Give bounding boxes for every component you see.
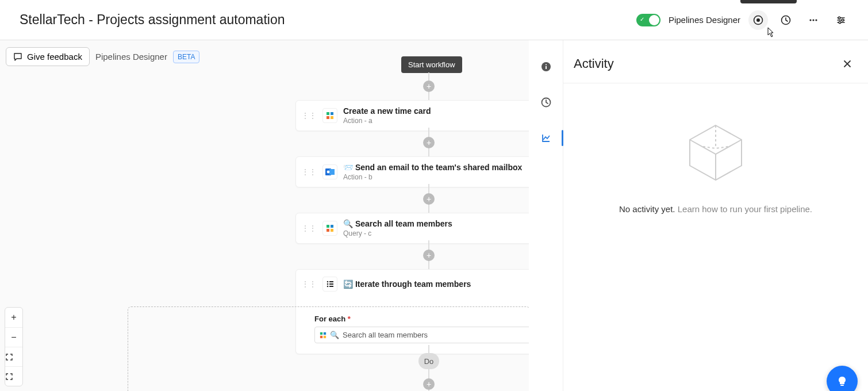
side-panel-tabs	[529, 40, 563, 391]
zoom-controls: + −	[5, 307, 23, 386]
loop-body-container	[128, 306, 529, 391]
start-workflow-pill[interactable]: Start workflow	[401, 56, 462, 73]
svg-rect-16	[327, 225, 329, 228]
svg-rect-18	[327, 229, 329, 232]
more-icon	[808, 15, 819, 25]
record-icon	[753, 15, 763, 25]
zoom-out-button[interactable]: −	[5, 327, 22, 347]
settings-button[interactable]	[831, 10, 851, 30]
activity-tab[interactable]	[536, 128, 556, 148]
drag-handle-icon[interactable]: ⋮⋮	[302, 224, 317, 232]
feedback-button[interactable]: Give feedback	[6, 47, 90, 66]
svg-rect-31	[546, 66, 547, 69]
page-header: StellarTech - Projects assignment automa…	[0, 0, 868, 40]
svg-rect-9	[327, 112, 329, 115]
beta-badge: BETA	[173, 51, 199, 63]
svg-rect-17	[331, 225, 333, 228]
clock-icon	[541, 97, 551, 108]
fullscreen-button[interactable]	[5, 366, 22, 386]
node-title: 📨 Send an email to the team's shared mai…	[343, 163, 522, 172]
svg-rect-10	[331, 112, 333, 115]
empty-state: No activity yet. Learn how to run your f…	[563, 117, 868, 214]
svg-rect-23	[329, 283, 333, 285]
add-step-button[interactable]: +	[423, 137, 435, 148]
node-subtitle: Action - b	[343, 173, 522, 181]
breadcrumb: Pipelines Designer	[95, 52, 167, 62]
app-icon	[322, 221, 337, 236]
zoom-in-button[interactable]: +	[5, 308, 22, 327]
tooltip-remnant	[740, 0, 797, 3]
history-tab[interactable]	[536, 92, 556, 113]
fit-button[interactable]	[5, 347, 22, 366]
svg-point-20	[327, 281, 329, 283]
fit-icon	[5, 353, 13, 361]
svg-rect-34	[840, 385, 844, 386]
check-icon: ✓	[640, 16, 644, 22]
svg-point-8	[839, 21, 841, 24]
svg-rect-11	[327, 116, 329, 119]
svg-point-7	[842, 19, 844, 21]
workflow-node[interactable]: ⋮⋮ Create a new time card Action - a	[295, 100, 529, 131]
svg-rect-19	[331, 229, 333, 232]
comment-icon	[13, 52, 22, 62]
clock-icon	[781, 15, 791, 25]
svg-point-32	[545, 64, 546, 65]
record-button[interactable]	[748, 10, 768, 30]
svg-point-1	[756, 18, 760, 22]
add-step-button[interactable]: +	[423, 80, 435, 92]
more-button[interactable]	[804, 10, 823, 30]
header-actions: ✓ Pipelines Designer	[636, 10, 851, 30]
add-step-button[interactable]: +	[423, 250, 435, 261]
svg-point-4	[812, 19, 814, 21]
sliders-icon	[836, 15, 846, 25]
svg-rect-12	[331, 116, 333, 119]
svg-point-24	[327, 286, 329, 288]
svg-point-5	[815, 19, 817, 21]
enable-toggle[interactable]: ✓	[636, 14, 660, 26]
page-title: StellarTech - Projects assignment automa…	[20, 12, 285, 28]
start-label: Start workflow	[408, 60, 455, 69]
svg-point-6	[838, 17, 840, 19]
svg-point-22	[327, 283, 329, 285]
info-tab[interactable]	[536, 56, 556, 77]
svg-point-3	[809, 19, 811, 21]
activity-panel: Activity No activity yet. Learn how to r…	[563, 40, 868, 391]
empty-box-icon	[681, 117, 750, 186]
info-icon	[541, 62, 551, 72]
app-icon	[322, 108, 337, 123]
workflow-node[interactable]: ⋮⋮ 🔍 Search all team members Query - c	[295, 213, 529, 244]
learn-link[interactable]: Learn how to run your first pipeline.	[678, 204, 812, 214]
mode-label: Pipelines Designer	[669, 15, 740, 25]
history-button[interactable]	[776, 10, 796, 30]
designer-toolbar: Give feedback Pipelines Designer BETA	[6, 47, 199, 66]
fullscreen-icon	[5, 373, 13, 381]
list-icon	[322, 277, 337, 292]
outlook-icon	[322, 164, 337, 179]
node-title: 🔍 Search all team members	[343, 219, 452, 228]
workflow-node[interactable]: ⋮⋮ 📨 Send an email to the team's shared …	[295, 156, 529, 187]
feedback-label: Give feedback	[27, 52, 82, 62]
drag-handle-icon[interactable]: ⋮⋮	[302, 168, 317, 176]
node-title: 🔄 Iterate through team members	[343, 279, 471, 289]
close-button[interactable]	[843, 59, 852, 68]
chart-icon	[541, 133, 551, 143]
workflow-canvas[interactable]: Start workflow + ⋮⋮ Create a new time ca…	[0, 40, 529, 391]
svg-rect-14	[329, 169, 335, 175]
node-subtitle: Query - c	[343, 229, 452, 237]
svg-point-15	[327, 171, 330, 174]
empty-message: No activity yet. Learn how to run your f…	[619, 204, 812, 214]
activity-title: Activity	[574, 56, 614, 71]
svg-rect-25	[329, 286, 333, 287]
node-title: Create a new time card	[343, 106, 431, 116]
add-step-button[interactable]: +	[423, 193, 435, 205]
close-icon	[843, 59, 852, 68]
drag-handle-icon[interactable]: ⋮⋮	[302, 112, 317, 120]
node-subtitle: Action - a	[343, 117, 431, 125]
drag-handle-icon[interactable]: ⋮⋮	[302, 280, 317, 288]
svg-rect-21	[329, 281, 333, 282]
lightbulb-icon	[836, 375, 848, 388]
toggle-knob	[649, 15, 659, 25]
